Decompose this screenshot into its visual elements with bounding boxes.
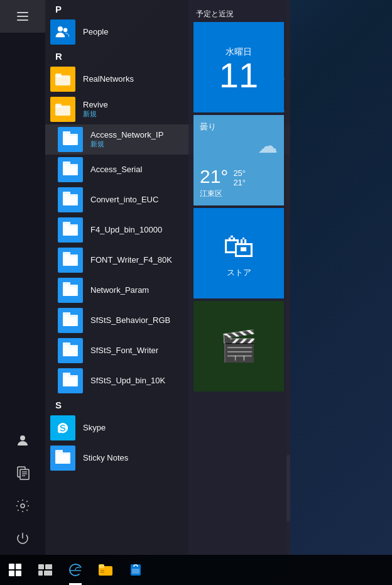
svg-rect-13: [63, 136, 77, 145]
folder-icon: [55, 72, 71, 86]
svg-rect-22: [63, 254, 68, 258]
task-view-icon: [38, 564, 52, 576]
blue-folder-icon2: [63, 163, 78, 176]
svg-rect-2: [20, 469, 29, 479]
svg-rect-35: [38, 571, 43, 576]
access-network-ip-name: Access_Network_IP: [90, 130, 163, 140]
blue-folder-icon3: [63, 194, 78, 206]
store-taskbar-button[interactable]: [121, 555, 151, 585]
weather-condition: 曇り: [200, 121, 278, 133]
svg-rect-10: [55, 74, 62, 77]
f4-upd-name: F4_Upd_bin_10000: [90, 225, 162, 235]
svg-rect-27: [63, 347, 77, 356]
weather-current-temp: 21°: [200, 166, 228, 187]
skype-icon: [50, 415, 75, 440]
svg-rect-26: [63, 315, 68, 319]
svg-rect-17: [63, 196, 77, 205]
file-explorer-icon: [98, 564, 113, 576]
network-param-icon: [58, 278, 83, 303]
convert-euc-icon: [58, 187, 83, 212]
svg-point-6: [21, 504, 24, 508]
svg-rect-24: [63, 285, 68, 288]
sidebar: [0, 0, 45, 555]
edge-icon: [68, 562, 83, 577]
people-icon: [55, 24, 71, 40]
svg-rect-31: [55, 454, 69, 464]
sfsts-upd-name: SfStS_Upd_bin_10K: [90, 376, 165, 386]
revive-icon: [50, 97, 75, 122]
svg-rect-33: [38, 564, 44, 569]
realnetworks-icon: [50, 67, 75, 92]
blue-folder-icon8: [63, 344, 78, 357]
skype-app-name: Skype: [83, 423, 106, 433]
svg-rect-36: [44, 571, 52, 576]
revive-app-name: Revive: [83, 100, 108, 110]
blue-folder-icon9: [63, 375, 78, 387]
sidebar-user[interactable]: [0, 424, 45, 457]
weather-location: 江東区: [200, 189, 278, 199]
font-writer-name: FONT_Writer_F4_80K: [90, 255, 172, 265]
tile-calendar[interactable]: 水曜日 11: [193, 22, 284, 112]
desktop: P People R: [0, 0, 392, 585]
skype-logo-icon: [55, 420, 71, 436]
sfsts-font-icon: [58, 338, 83, 363]
svg-rect-23: [63, 287, 77, 296]
video-icon: 🎬: [220, 329, 258, 364]
access-serial-icon: [58, 157, 83, 182]
sidebar-power[interactable]: [0, 522, 45, 555]
sticky-notes-name: Sticky Notes: [83, 453, 128, 463]
svg-point-7: [58, 26, 63, 31]
sidebar-hamburger[interactable]: [0, 0, 45, 33]
tile-video[interactable]: 🎬: [193, 301, 284, 391]
start-button[interactable]: [0, 555, 30, 585]
svg-rect-21: [63, 256, 77, 266]
edge-button[interactable]: [60, 555, 90, 585]
svg-point-8: [63, 28, 68, 33]
sidebar-settings[interactable]: [0, 489, 45, 522]
store-icon: [129, 563, 143, 577]
convert-euc-name: Convert_into_EUC: [90, 195, 158, 205]
blue-folder-icon: [63, 133, 78, 146]
network-param-name: Network_Param: [90, 285, 149, 295]
svg-rect-40: [101, 572, 104, 573]
svg-rect-25: [63, 317, 77, 326]
svg-rect-29: [63, 377, 77, 386]
revive-subtitle: 新規: [83, 109, 108, 119]
task-view-button[interactable]: [30, 555, 60, 585]
svg-rect-16: [63, 164, 68, 168]
font-writer-icon: [58, 248, 83, 273]
sticky-notes-icon: [50, 446, 75, 471]
calendar-tile-label: 予定と近況: [193, 6, 285, 22]
svg-rect-30: [63, 375, 68, 379]
tile-weather[interactable]: 曇り ☁ 21° 25° 21° 江東区: [193, 115, 284, 205]
svg-rect-32: [55, 452, 61, 456]
svg-rect-20: [63, 224, 68, 228]
svg-rect-34: [45, 564, 52, 569]
realnetworks-app-name: RealNetworks: [83, 74, 134, 84]
cloud-icon: ☁: [258, 134, 278, 158]
blue-folder-icon7: [63, 314, 78, 327]
weather-low: 21°: [233, 178, 246, 187]
store-label: ストア: [227, 267, 251, 278]
user-icon: [15, 433, 30, 448]
sfsts-behavior-icon: [58, 308, 83, 333]
svg-rect-14: [63, 134, 68, 138]
people-app-name: People: [83, 27, 108, 37]
people-app-icon: [50, 19, 75, 45]
settings-icon: [15, 498, 30, 513]
weather-high: 25°: [233, 168, 246, 178]
svg-rect-28: [63, 345, 68, 349]
access-serial-name: Access_Serial: [90, 165, 142, 175]
power-icon: [15, 531, 30, 546]
svg-rect-15: [63, 166, 77, 175]
tiles-panel: 予定と近況 水曜日 11 曇り ☁ 21° 25° 21° 江東区: [188, 0, 290, 555]
file-explorer-button[interactable]: [90, 555, 121, 585]
tile-store[interactable]: 🛍 ストア: [193, 208, 284, 298]
store-bag-icon: 🛍: [223, 228, 254, 265]
sfsts-behavior-name: SfStS_Behavior_RGB: [90, 315, 170, 325]
access-network-ip-icon: [58, 127, 83, 152]
sfsts-upd-icon: [58, 368, 83, 393]
sidebar-documents[interactable]: [0, 457, 45, 489]
sticky-notes-folder-icon: [55, 452, 70, 464]
folder-icon: [55, 102, 71, 116]
